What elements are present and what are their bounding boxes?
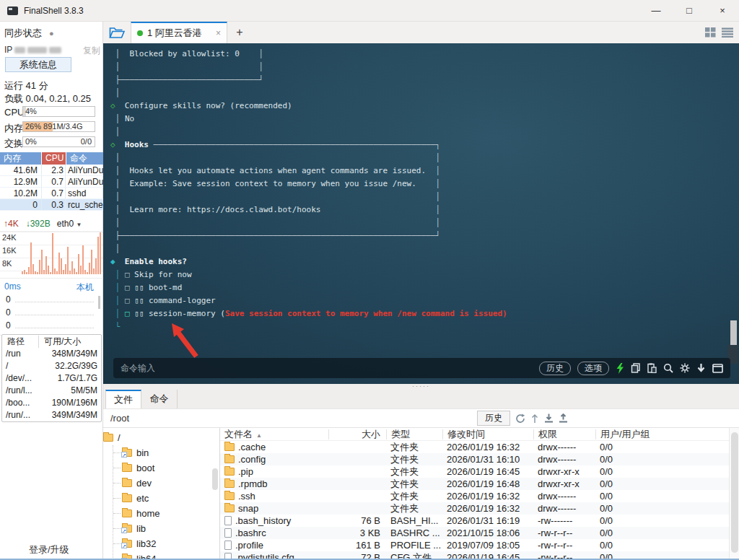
command-input-bar[interactable]: 命令输入 历史 选项	[113, 358, 730, 378]
tree-item-boot[interactable]: boot	[113, 460, 219, 476]
login-upgrade-link[interactable]: 登录/升级	[29, 543, 69, 556]
path-history-button[interactable]: 历史	[477, 411, 510, 426]
list-view-icon[interactable]	[722, 27, 733, 38]
terminal-line: │ Blocked by allowlist: 0 │	[110, 48, 507, 61]
table-row[interactable]: .bashrc3 KBBASHRC ...2021/10/15 18:06-rw…	[220, 527, 739, 539]
terminal[interactable]: │ Blocked by allowlist: 0 │ │ │ ├───────…	[103, 43, 739, 384]
tab-session-1[interactable]: 1 阿里云香港 ×	[131, 22, 227, 43]
tree-item-lib64[interactable]: ↗lib64	[113, 551, 219, 560]
tree-scrollbar-thumb[interactable]	[212, 468, 218, 490]
interface-selector[interactable]: eth0 ▼	[57, 219, 82, 229]
table-row[interactable]: .rpmdb文件夹2026/01/19 16:48drwxr-xr-x0/0	[220, 478, 739, 490]
disk-table-header: 路径 可用/大小	[2, 335, 101, 348]
column-header-5[interactable]: 用户/用户组	[595, 429, 682, 439]
process-row[interactable]: 12.9M0.7AliYunDu	[0, 176, 103, 188]
disk-col-size[interactable]: 可用/大小	[38, 336, 81, 348]
terminal-scrollbar-thumb[interactable]	[730, 320, 737, 345]
disk-row[interactable]: /boo...190M/196M	[2, 397, 101, 409]
tree-item-lib32[interactable]: ↗lib32	[113, 536, 219, 551]
history-button[interactable]: 历史	[539, 362, 571, 375]
mem-meter: 26% 891M/3.4G	[22, 121, 95, 132]
disk-row[interactable]: /dev/...1.7G/1.7G	[2, 372, 101, 385]
table-row[interactable]: .cache文件夹2026/01/19 16:32drwx------0/0	[220, 441, 739, 453]
minimize-button[interactable]: —	[639, 0, 673, 22]
ping-latency: 0ms	[4, 281, 21, 292]
upload-file-icon[interactable]	[559, 414, 568, 424]
process-col-header[interactable]: 命令	[66, 152, 103, 165]
disk-row[interactable]: /run/...349M/349M	[2, 409, 101, 421]
table-row[interactable]: snap文件夹2026/01/19 16:32drwx------0/0	[220, 502, 739, 515]
table-row[interactable]: .ssh文件夹2026/01/19 16:32drwx------0/0	[220, 490, 739, 502]
process-row[interactable]: 41.6M2.3AliYunDu	[0, 165, 103, 176]
close-button[interactable]: ×	[706, 0, 739, 22]
column-header-4[interactable]: 权限	[533, 429, 595, 439]
command-input-placeholder[interactable]: 命令输入	[121, 362, 155, 375]
disk-row[interactable]: /32.2G/39G	[2, 360, 101, 372]
app-title: FinalShell 3.8.3	[24, 6, 84, 16]
table-row[interactable]: .pip文件夹2026/01/19 16:45drwxr-xr-x0/0	[220, 465, 739, 478]
terminal-line: │	[110, 126, 507, 139]
ip-redacted	[14, 47, 25, 53]
tab-close-icon[interactable]: ×	[216, 28, 221, 38]
up-arrow-icon[interactable]	[530, 414, 539, 424]
chart-bar	[56, 271, 58, 274]
tab-files[interactable]: 文件	[105, 390, 141, 408]
maximize-button[interactable]: □	[673, 0, 706, 22]
process-table-header[interactable]: 内存CPU命令	[0, 152, 103, 165]
bottom-tabbar: 文件 命令	[103, 390, 739, 409]
process-col-header[interactable]: 内存	[0, 152, 41, 165]
chart-bar	[93, 268, 95, 274]
path-input[interactable]: /root	[110, 413, 129, 424]
new-tab-button[interactable]: +	[227, 22, 252, 43]
download-file-icon[interactable]	[544, 414, 554, 424]
tree-connector	[113, 452, 121, 453]
gear-icon[interactable]	[680, 363, 690, 373]
file-table-scrollbar[interactable]	[729, 428, 739, 560]
ping-line	[15, 302, 94, 302]
copy-ip-button[interactable]: 复制	[83, 45, 100, 57]
tab-commands[interactable]: 命令	[141, 390, 178, 408]
connection-manager-button[interactable]	[103, 22, 131, 43]
paste-icon[interactable]	[647, 363, 657, 373]
column-header-1[interactable]: 大小	[328, 429, 386, 439]
tree-item-label: lib32	[136, 538, 156, 549]
terminal-line: │ │	[110, 61, 507, 74]
table-row[interactable]: .config文件夹2026/01/31 16:10drwx------0/0	[220, 453, 739, 465]
column-header-2[interactable]: 类型	[386, 429, 442, 439]
ping-host[interactable]: 本机	[76, 281, 94, 294]
column-header-3[interactable]: 修改时间	[442, 429, 533, 439]
refresh-icon[interactable]	[515, 414, 525, 424]
disk-row[interactable]: /run/l...5M/5M	[2, 385, 101, 397]
disk-row[interactable]: /run348M/349M	[2, 348, 101, 360]
grid-view-icon[interactable]	[705, 27, 716, 38]
ping-scrollbar[interactable]	[98, 296, 100, 309]
download-arrow-icon[interactable]	[696, 363, 706, 373]
tree-item-etc[interactable]: etc	[113, 491, 219, 506]
process-col-header[interactable]: CPU	[42, 152, 66, 165]
terminal-line: │ □ ▯▯ command-logger	[110, 294, 507, 307]
tree-item-dev[interactable]: dev	[113, 476, 219, 491]
column-header-0[interactable]: 文件名▲	[220, 429, 328, 439]
copy-icon[interactable]	[631, 363, 641, 373]
disk-col-path[interactable]: 路径	[2, 336, 38, 348]
file-table-scrollbar-thumb[interactable]	[731, 432, 738, 553]
tree-item-bin[interactable]: ↗bin	[113, 445, 219, 460]
panel-splitter[interactable]: ·····	[103, 384, 739, 390]
search-icon[interactable]	[663, 363, 673, 373]
table-row[interactable]: .bash_history76 BBASH_HI...2026/01/31 16…	[220, 515, 739, 527]
tree-item-home[interactable]: home	[113, 506, 219, 521]
tree-item-lib[interactable]: ↗lib	[113, 521, 219, 536]
lightning-icon[interactable]	[616, 363, 624, 374]
tree-item-root[interactable]: /	[103, 430, 219, 445]
symlink-arrow-icon: ↗	[121, 452, 127, 458]
chart-bar	[87, 272, 88, 274]
network-stats: ↑4K↓392Beth0 ▼	[4, 219, 82, 229]
table-row[interactable]: .pydistutils.cfg72 BCFG 文件2026/01/19 16:…	[220, 551, 739, 560]
system-info-button[interactable]: 系统信息	[5, 57, 71, 72]
sync-status-dot-icon: ●	[49, 29, 54, 38]
process-row[interactable]: 00.3rcu_sche	[0, 199, 103, 211]
process-row[interactable]: 10.2M0.7sshd	[0, 188, 103, 199]
options-button[interactable]: 选项	[577, 362, 609, 375]
window-icon[interactable]	[712, 364, 723, 373]
table-row[interactable]: .profile161 BPROFILE ...2019/07/09 18:05…	[220, 539, 739, 551]
